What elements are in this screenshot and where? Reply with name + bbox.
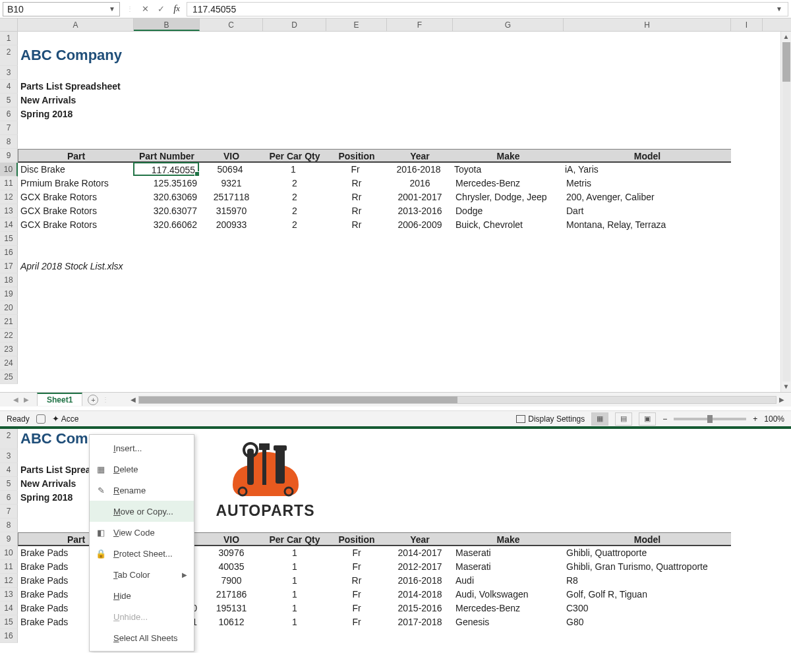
accessibility-label[interactable]: Acce [61,414,79,424]
row-header-21[interactable]: 21 [0,315,18,329]
scroll-left-icon[interactable]: ◀ [131,396,136,403]
cell[interactable]: 2 [263,177,326,190]
cell[interactable]: Rr [326,218,387,232]
cell[interactable]: Part Number [134,149,200,163]
cell[interactable]: Golf, Golf R, Tiguan [564,588,731,602]
row-header-13[interactable]: 13 [0,588,18,602]
cell[interactable]: Buick, Chevrolet [453,218,564,232]
name-box[interactable]: B10 ▼ [3,2,120,16]
cell[interactable]: 10612 [200,615,263,629]
col-header-I[interactable]: I [731,18,763,31]
cell[interactable]: 315970 [200,204,263,218]
cell[interactable]: 2015-2016 [387,602,453,615]
row-header-3[interactable]: 3 [0,66,18,80]
cell[interactable]: 7900 [200,574,263,588]
row-header-7[interactable]: 7 [0,121,18,135]
row-header-16[interactable]: 16 [0,246,18,260]
cell[interactable]: 2013-2016 [387,204,453,218]
row-header-9[interactable]: 9 [0,149,18,163]
cell[interactable]: 1 [263,546,326,560]
col-header-C[interactable]: C [200,18,263,31]
display-settings-button[interactable]: Display Settings [516,414,585,424]
cell[interactable]: Maserati [453,546,564,560]
cell[interactable]: Mercedes-Benz [453,602,564,615]
scroll-down-icon[interactable]: ▼ [783,381,790,392]
cell[interactable]: 2 [263,218,326,232]
cell[interactable]: 1 [263,602,326,615]
cell[interactable]: Rr [326,177,387,190]
menu-item-tab-color[interactable]: Tab Color▶ [90,564,194,585]
cell[interactable]: Make [453,532,564,546]
cell[interactable]: 2012-2017 [387,560,453,574]
cell[interactable]: Spring 2018 [18,107,134,121]
row-header-11[interactable]: 11 [0,177,18,190]
cell[interactable]: Position [326,149,387,163]
cell[interactable]: 1 [263,615,326,629]
cell[interactable]: 1 [263,588,326,602]
cell[interactable]: Toyota [452,163,562,177]
col-header-G[interactable]: G [453,18,564,31]
col-header-D[interactable]: D [263,18,326,31]
cell[interactable]: 195131 [200,602,263,615]
cell[interactable]: Audi, Volkswagen [453,588,564,602]
cell[interactable]: Fr [325,163,386,177]
cell[interactable]: Parts List Spreadsheet [18,80,134,94]
col-header-B[interactable]: B [134,18,200,31]
cell[interactable]: Per Car Qty [263,149,326,163]
cells-grid[interactable]: ABC CompanyParts List SpreadsheetNew Arr… [18,32,791,384]
page-break-view-button[interactable]: ▣ [639,412,656,426]
cell[interactable]: Ghibli, Quattroporte [564,546,731,560]
select-all-corner[interactable] [0,18,18,31]
cell[interactable]: 2006-2009 [387,218,453,232]
row-header-25[interactable]: 25 [0,370,18,384]
menu-item-select-all-sheets[interactable]: Select All Sheets [90,627,194,648]
cell[interactable]: 2014-2018 [387,588,453,602]
cell[interactable]: GCX Brake Rotors [18,218,134,232]
cell[interactable]: Rr [326,190,387,204]
cell[interactable]: GCX Brake Rotors [18,190,134,204]
accessibility-icon[interactable]: ✦ [52,414,59,424]
cell[interactable]: Montana, Relay, Terraza [564,218,731,232]
col-header-F[interactable]: F [387,18,453,31]
zoom-level[interactable]: 100% [764,414,784,424]
cell[interactable]: Chrysler, Dodge, Jeep [453,190,564,204]
cell[interactable]: VIO [200,149,263,163]
cell[interactable]: Genesis [453,615,564,629]
cell[interactable]: ABC Company [18,45,134,65]
row-header-6[interactable]: 6 [0,491,18,505]
cell[interactable]: 2016-2018 [386,163,452,177]
tab-nav-prev-icon[interactable]: ◀ [13,396,18,403]
row-header-5[interactable]: 5 [0,477,18,491]
cell[interactable]: April 2018 Stock List.xlsx [18,260,134,273]
cell[interactable]: 2016 [387,177,453,190]
cell[interactable]: Fr [326,560,387,574]
cell[interactable]: G80 [564,615,731,629]
row-header-14[interactable]: 14 [0,602,18,615]
cell[interactable]: Model [564,149,731,163]
cell[interactable]: Year [387,532,453,546]
cell[interactable]: iA, Yaris [562,163,730,177]
row-header-8[interactable]: 8 [0,135,18,149]
menu-item-insert[interactable]: Insert... [90,437,194,459]
cell[interactable]: New Arrivals [18,94,134,107]
row-header-17[interactable]: 17 [0,260,18,273]
cell[interactable]: 200933 [200,218,263,232]
col-header-H[interactable]: H [564,18,731,31]
menu-item-rename[interactable]: ✎Rename [90,480,194,501]
cell[interactable]: 2 [263,204,326,218]
cell[interactable]: Fr [326,546,387,560]
row-header-20[interactable]: 20 [0,301,18,315]
row-header-10[interactable]: 10 [0,163,18,177]
cell[interactable]: Ghibli, Gran Turismo, Quattroporte [564,560,731,574]
cell[interactable]: 1 [263,560,326,574]
cell[interactable]: 9321 [200,177,263,190]
cell[interactable]: 125.35169 [134,177,200,190]
row-header-12[interactable]: 12 [0,190,18,204]
formula-input[interactable]: 117.45055 ▼ [187,2,788,16]
cell[interactable]: Make [453,149,564,163]
row-header-10[interactable]: 10 [0,546,18,560]
row-header-12[interactable]: 12 [0,574,18,588]
cell[interactable]: 320.63069 [134,190,200,204]
zoom-out-button[interactable]: − [662,414,667,424]
cell[interactable]: Year [387,149,453,163]
